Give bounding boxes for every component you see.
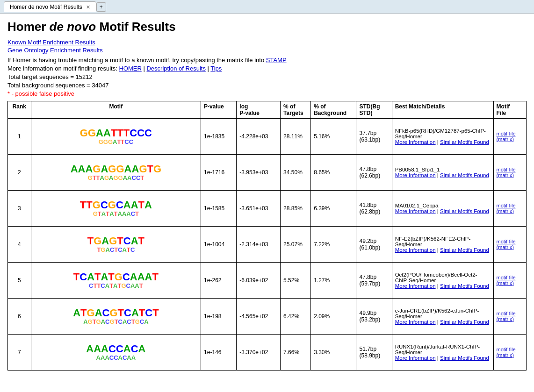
table-row: 2 AAAGAGGAAGTG GTTAGAGGAACCT 1e-1716 -3.… xyxy=(8,155,527,191)
file-4: motif file (matrix) xyxy=(493,227,526,263)
log-pvalue-3: -3.651e+03 xyxy=(237,191,281,227)
page-title: Homer de novo Motif Results xyxy=(7,20,527,34)
file-5: motif file (matrix) xyxy=(493,263,526,299)
header-std: STD(BgSTD) xyxy=(356,101,392,119)
similar-5[interactable]: Similar Motifs Found xyxy=(440,283,489,289)
similar-1[interactable]: Similar Motifs Found xyxy=(440,139,489,145)
pct-bg-7: 3.30% xyxy=(311,335,356,371)
browser-chrome: Homer de novo Motif Results ✕ + xyxy=(0,0,534,14)
similar-7[interactable]: Similar Motifs Found xyxy=(440,355,489,361)
motif-7: AAACCACA AAACCACAA xyxy=(31,335,201,371)
tab-title: Homer de novo Motif Results xyxy=(10,4,82,10)
nav-links: Known Motif Enrichment Results Gene Onto… xyxy=(7,39,527,54)
homer-info: More information on motif finding result… xyxy=(7,65,527,72)
std-4: 49.2bp(61.0bp) xyxy=(356,227,392,263)
similar-4[interactable]: Similar Motifs Found xyxy=(440,247,489,253)
std-5: 47.8bp(59.7bp) xyxy=(356,263,392,299)
pct-bg-4: 7.22% xyxy=(311,227,356,263)
new-tab-button[interactable]: + xyxy=(96,2,106,12)
total-target: Total target sequences = 15212 xyxy=(7,73,527,80)
similar-2[interactable]: Similar Motifs Found xyxy=(440,172,489,178)
stamp-link[interactable]: STAMP xyxy=(266,57,287,64)
match-7: RUNX1(Runt)/Jurkat-RUNX1-ChIP-Seq/Homer … xyxy=(392,335,493,371)
motif-4: TGAGTCAT TGACTCATC xyxy=(31,227,201,263)
motif-5: TCATATGCAAAT CTTCATATGCAAT xyxy=(31,263,201,299)
results-table: Rank Motif P-value logP-value % ofTarget… xyxy=(7,101,527,371)
motif-2: AAAGAGGAAGTG GTTAGAGGAACCT xyxy=(31,155,201,191)
rank-5: 5 xyxy=(8,263,31,299)
header-match: Best Match/Details xyxy=(392,101,493,119)
header-pct-bg: % ofBackground xyxy=(311,101,356,119)
browser-tab[interactable]: Homer de novo Motif Results ✕ xyxy=(4,1,96,12)
known-motif-link[interactable]: Known Motif Enrichment Results xyxy=(7,39,527,46)
rank-1: 1 xyxy=(8,119,31,155)
rank-3: 3 xyxy=(8,191,31,227)
more-info-2[interactable]: More Information xyxy=(395,172,436,178)
pct-bg-3: 6.39% xyxy=(311,191,356,227)
motif-file-7[interactable]: motif file xyxy=(497,347,523,352)
log-pvalue-6: -4.565e+02 xyxy=(237,299,281,335)
match-5: Oct2(POU/Homeobox)/Bcell-Oct2-ChIP-Seq/H… xyxy=(392,263,493,299)
pct-targets-5: 5.52% xyxy=(281,263,311,299)
more-info-3[interactable]: More Information xyxy=(395,208,436,214)
motif-file-2[interactable]: motif file xyxy=(497,167,523,172)
file-7: motif file (matrix) xyxy=(493,335,526,371)
header-motif: Motif xyxy=(31,101,201,119)
pct-bg-2: 8.65% xyxy=(311,155,356,191)
file-6: motif file (matrix) xyxy=(493,299,526,335)
match-1: NFkB-p65(RHD)/GM12787-p65-ChIP-Seq/Homer… xyxy=(392,119,493,155)
table-row: 4 TGAGTCAT TGACTCATC 1e-1004 -2.314e+03 … xyxy=(8,227,527,263)
matrix-2[interactable]: (matrix) xyxy=(497,172,523,178)
motif-file-1[interactable]: motif file xyxy=(497,131,523,136)
table-row: 6 ATGACGTCATCT AGTGACGTCACTGCA 1e-198 -4… xyxy=(8,299,527,335)
matrix-4[interactable]: (matrix) xyxy=(497,244,523,250)
rank-7: 7 xyxy=(8,335,31,371)
more-info-6[interactable]: More Information xyxy=(395,319,436,325)
pvalue-7: 1e-146 xyxy=(201,335,237,371)
pvalue-3: 1e-1585 xyxy=(201,191,237,227)
std-2: 47.8bp(62.6bp) xyxy=(356,155,392,191)
std-6: 49.9bp(53.2bp) xyxy=(356,299,392,335)
more-info-1[interactable]: More Information xyxy=(395,139,436,145)
log-pvalue-5: -6.039e+02 xyxy=(237,263,281,299)
pct-targets-1: 28.11% xyxy=(281,119,311,155)
more-info-4[interactable]: More Information xyxy=(395,247,436,253)
table-row: 3 TTGCGCAATA GTATATAAACT 1e-1585 -3.651e… xyxy=(8,191,527,227)
log-pvalue-1: -4.228e+03 xyxy=(237,119,281,155)
stamp-info: If Homer is having trouble matching a mo… xyxy=(7,57,527,64)
motif-file-4[interactable]: motif file xyxy=(497,239,523,244)
matrix-1[interactable]: (matrix) xyxy=(497,136,523,142)
tips-link[interactable]: Tips xyxy=(210,65,222,72)
pvalue-2: 1e-1716 xyxy=(201,155,237,191)
matrix-3[interactable]: (matrix) xyxy=(497,208,523,214)
similar-3[interactable]: Similar Motifs Found xyxy=(440,208,489,214)
more-info-7[interactable]: More Information xyxy=(395,355,436,361)
similar-6[interactable]: Similar Motifs Found xyxy=(440,319,489,325)
match-2: PB0058.1_Sfpi1_1 More Information | Simi… xyxy=(392,155,493,191)
pct-targets-7: 7.66% xyxy=(281,335,311,371)
pct-targets-2: 34.50% xyxy=(281,155,311,191)
more-info-5[interactable]: More Information xyxy=(395,283,436,289)
file-2: motif file (matrix) xyxy=(493,155,526,191)
gene-ontology-link[interactable]: Gene Ontology Enrichment Results xyxy=(7,47,527,54)
tab-close-icon[interactable]: ✕ xyxy=(86,4,90,10)
homer-link[interactable]: HOMER xyxy=(119,65,141,72)
motif-1: GGAATTTCCC GGGATTCC xyxy=(31,119,201,155)
motif-file-3[interactable]: motif file xyxy=(497,203,523,208)
matrix-7[interactable]: (matrix) xyxy=(497,352,523,358)
motif-file-5[interactable]: motif file xyxy=(497,275,523,280)
pvalue-1: 1e-1835 xyxy=(201,119,237,155)
pct-bg-1: 5.16% xyxy=(311,119,356,155)
pvalue-6: 1e-198 xyxy=(201,299,237,335)
matrix-6[interactable]: (matrix) xyxy=(497,316,523,322)
pct-targets-4: 25.07% xyxy=(281,227,311,263)
match-4: NF-E2(bZIP)/K562-NFE2-ChIP-Seq/Homer Mor… xyxy=(392,227,493,263)
total-bg: Total background sequences = 34047 xyxy=(7,82,527,89)
matrix-5[interactable]: (matrix) xyxy=(497,280,523,286)
pct-bg-5: 1.27% xyxy=(311,263,356,299)
std-7: 51.7bp(58.9bp) xyxy=(356,335,392,371)
std-1: 37.7bp(63.1bp) xyxy=(356,119,392,155)
motif-file-6[interactable]: motif file xyxy=(497,311,523,316)
header-motif-file: MotifFile xyxy=(493,101,526,119)
description-link[interactable]: Description of Results xyxy=(146,65,205,72)
